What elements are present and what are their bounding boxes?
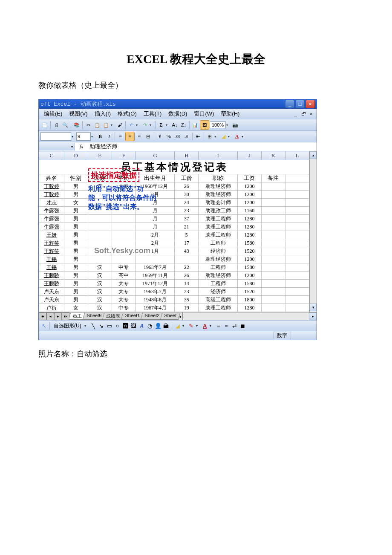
- table-row[interactable]: 丁骏婷男2月30助理经济师1200: [39, 191, 309, 199]
- cell[interactable]: 大专: [112, 296, 135, 304]
- table-row[interactable]: 牛露强男月23助理政工师1160: [39, 207, 309, 215]
- cell[interactable]: 大专: [112, 288, 135, 296]
- cell[interactable]: [261, 288, 285, 296]
- cell[interactable]: 1200: [237, 182, 261, 191]
- table-row[interactable]: 王妍男2月5助理工程师1280: [39, 231, 309, 239]
- sort-desc-icon[interactable]: Z↓: [179, 121, 188, 129]
- cell[interactable]: [261, 255, 285, 263]
- cell[interactable]: 37: [175, 215, 199, 223]
- cell[interactable]: 经济师: [199, 288, 238, 296]
- table-row[interactable]: 王鹏骄男汉高中1959年11月26助理经济师1200: [39, 272, 309, 280]
- new-icon[interactable]: 📄: [40, 121, 49, 129]
- column-header[interactable]: E: [88, 151, 112, 160]
- menu-data[interactable]: 数据(D): [165, 109, 190, 119]
- close-button[interactable]: ×: [306, 100, 315, 108]
- cell[interactable]: [175, 255, 199, 263]
- cell[interactable]: 1200: [237, 199, 261, 207]
- paste-dropdown[interactable]: ▾: [111, 123, 115, 127]
- mdi-close-icon[interactable]: ×: [308, 111, 314, 117]
- cell[interactable]: 1280: [237, 215, 261, 223]
- cell[interactable]: [112, 255, 135, 263]
- menu-window[interactable]: 窗口(W): [190, 109, 217, 119]
- cell[interactable]: 王锡: [39, 263, 64, 272]
- field-header[interactable]: 出生年月: [135, 174, 175, 182]
- cell[interactable]: 2月: [135, 191, 175, 199]
- column-header[interactable]: J: [237, 151, 261, 160]
- cell[interactable]: 1963年7月: [135, 263, 175, 272]
- cell[interactable]: 23: [175, 207, 199, 215]
- chart-icon[interactable]: 📊: [191, 121, 199, 129]
- font-family-box[interactable]: [40, 132, 71, 141]
- cell[interactable]: [112, 239, 135, 247]
- cell[interactable]: [261, 231, 285, 239]
- cell[interactable]: 汉: [88, 263, 112, 272]
- cell[interactable]: 男: [64, 239, 88, 247]
- autoshapes-menu[interactable]: 自选图形(U): [52, 322, 83, 330]
- cell[interactable]: 助理政工师: [199, 207, 238, 215]
- align-right-icon[interactable]: ≡: [135, 132, 144, 141]
- cell[interactable]: [88, 239, 112, 247]
- column-header[interactable]: H: [175, 151, 199, 160]
- font-size-box[interactable]: 9: [76, 132, 91, 141]
- cell[interactable]: 月: [135, 199, 175, 207]
- cell[interactable]: [112, 231, 135, 239]
- arrow-style-icon[interactable]: ⇄: [231, 322, 238, 329]
- cell[interactable]: [261, 199, 285, 207]
- cell[interactable]: 助理工程师: [199, 223, 238, 231]
- rectangle-icon[interactable]: ▭: [106, 322, 113, 329]
- cell[interactable]: 1580: [237, 280, 261, 288]
- cell[interactable]: 22: [175, 263, 199, 272]
- print-icon[interactable]: 🖨: [52, 121, 61, 129]
- cell[interactable]: 高级工程师: [199, 296, 238, 304]
- preview-icon[interactable]: 🔍: [61, 121, 69, 129]
- cell[interactable]: 35: [175, 296, 199, 304]
- cell[interactable]: [88, 215, 112, 223]
- cell[interactable]: 1520: [237, 247, 261, 255]
- menu-help[interactable]: 帮助(H): [217, 109, 243, 119]
- cell[interactable]: 26: [175, 272, 199, 280]
- cell[interactable]: 汉: [88, 304, 112, 312]
- cell[interactable]: 男: [64, 247, 88, 255]
- cell[interactable]: 助理工程师: [199, 231, 238, 239]
- cell[interactable]: 1963年7月: [135, 288, 175, 296]
- cell[interactable]: [135, 255, 175, 263]
- cell[interactable]: 王妍: [39, 231, 64, 239]
- cell[interactable]: [261, 207, 285, 215]
- field-header[interactable]: 备注: [261, 174, 285, 182]
- cell[interactable]: [261, 191, 285, 199]
- table-row[interactable]: 丁骏婷男汉大专1960年12月26助理经济师1200: [39, 182, 309, 191]
- cell[interactable]: 26: [175, 182, 199, 191]
- cell[interactable]: 男: [64, 191, 88, 199]
- autosum-dropdown[interactable]: ▾: [166, 123, 170, 127]
- cell[interactable]: [88, 191, 112, 199]
- cell[interactable]: 工程师: [199, 263, 238, 272]
- cell[interactable]: 女: [64, 304, 88, 312]
- paste-icon[interactable]: 📋: [102, 121, 110, 129]
- table-row[interactable]: 王锡男助理经济师1200: [39, 255, 309, 263]
- borders-icon[interactable]: ⊞: [205, 132, 214, 141]
- table-row[interactable]: 王辉笑男1月43经济师1520: [39, 247, 309, 255]
- cell[interactable]: [261, 263, 285, 272]
- cell[interactable]: 助理经济师: [199, 255, 238, 263]
- table-row[interactable]: 卢天东男汉大专1963年7月23经济师1520: [39, 288, 309, 296]
- cell[interactable]: 牛露强: [39, 215, 64, 223]
- line-icon[interactable]: ╲: [90, 322, 97, 329]
- cell[interactable]: 1520: [237, 288, 261, 296]
- cell[interactable]: [112, 223, 135, 231]
- sheet-tab[interactable]: Sheet1: [121, 313, 144, 320]
- cell[interactable]: 牛露强: [39, 223, 64, 231]
- sheet-tab[interactable]: Sheet6: [83, 313, 105, 320]
- format-painter-icon[interactable]: 🖌: [115, 121, 124, 129]
- cell[interactable]: 牛露强: [39, 207, 64, 215]
- cell[interactable]: 1280: [237, 223, 261, 231]
- wordart-icon[interactable]: A: [138, 322, 145, 329]
- maximize-button[interactable]: □: [295, 100, 305, 108]
- cell[interactable]: 23: [175, 288, 199, 296]
- insert-pic-icon[interactable]: 🖼: [130, 322, 137, 329]
- cell[interactable]: 月: [135, 207, 175, 215]
- cell[interactable]: 王鹏骄: [39, 272, 64, 280]
- cell[interactable]: [112, 191, 135, 199]
- tab-prev-icon[interactable]: ◂: [46, 312, 54, 320]
- cell[interactable]: 男: [64, 223, 88, 231]
- cell[interactable]: [112, 247, 135, 255]
